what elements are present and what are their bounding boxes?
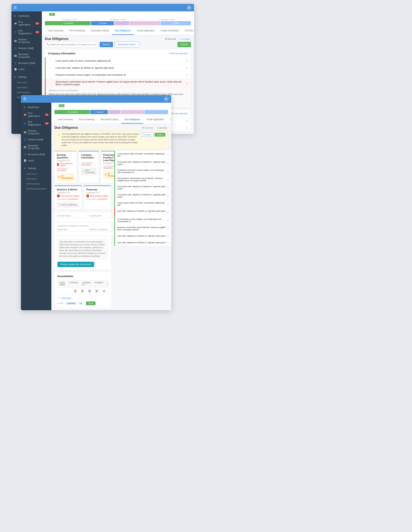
sidebar-item-psa[interactable]: 👤 PSA Registrations 14 [11,28,42,37]
panel-chevron-7[interactable]: ∨ [167,202,169,205]
sidebar-sub-olm-users[interactable]: OLM Users [11,80,42,85]
sidebar-item-borrowers-staff[interactable]: 👤 Borrowers (Staff) [11,60,42,66]
gear-icon-2[interactable]: ⚙ [163,96,169,102]
grid-view-btn-2[interactable]: ⊞ Grid view [141,126,154,130]
tab2-first-screening[interactable]: First Screening [76,116,97,124]
go-badge-2[interactable]: Go [59,104,64,107]
drag-handle-1[interactable]: ⋮⋮ [49,59,54,62]
panel-chevron-8[interactable]: ∨ [167,210,169,214]
card-burning-questions[interactable]: Burning Questions Completed: 0% ! New qu… [54,151,77,183]
bank-cell-lending-1[interactable]: Lending FX [79,288,86,295]
sidebar2-item-pca[interactable]: 📁 PCA Applications 11 [21,110,51,119]
sidebar2-item-partners-corp[interactable]: 🏢 Partners (Corporate) [21,128,51,137]
list-view-btn-2[interactable]: ≡ List view [156,126,168,130]
tab-credit-committee[interactable]: Credit Committee [158,27,182,35]
bank-delete-1[interactable]: 🗑 [100,288,108,294]
chevron-2[interactable]: ∨ [186,66,188,69]
sidebar2-item-borrowers-corp[interactable]: 🏢 Borrowers (Corporate) [21,143,51,152]
sidebar-item-borrowers-corp[interactable]: 🏢 Borrowers (Corporate) [11,51,42,60]
grid-view-btn[interactable]: ⊞ Grid view [164,37,177,41]
dont-know-select[interactable]: Dont know [95,289,98,293]
sidebar-item-partners-corp[interactable]: 🏢 Partners (Corporate) [11,37,42,45]
sidebar-item-dashboard[interactable]: ⊞ Dashboard [11,13,42,19]
go-badge[interactable]: Go [49,13,55,16]
registration-input[interactable] [57,231,87,236]
panel-chevron-12[interactable]: ∨ [167,241,169,244]
done-button[interactable]: Done [86,302,96,305]
advanced-search-button[interactable]: Advanced Search [115,42,139,47]
bank-cell-country-1[interactable]: Country [72,288,79,295]
search-input[interactable] [45,42,98,47]
sidebar-sub-olm-roles[interactable]: OLM Roles [11,85,42,90]
sidebar-sub-dnb[interactable]: DnB Requests [11,90,42,95]
sidebar2-sub-olm-roles[interactable]: OLM Roles [21,176,51,181]
country-select[interactable]: Country [74,289,77,293]
sidebar2-item-partners-staff[interactable]: 👤 Partners (Staff) [21,137,51,143]
add-bank-button[interactable]: + + Add bank [57,297,108,300]
tab-due-dil[interactable]: Due Dilligence [112,27,134,35]
bank-cell-payment-1[interactable]: Payment [86,288,93,295]
sidebar2-item-dashboard[interactable]: ⊞ Dashboard [21,104,51,110]
sidebar2-item-psa[interactable]: 👤 PSA Registrations 18 [21,119,51,128]
drag-handle-4[interactable]: ⋮⋮ [49,82,54,85]
drag-handle-3[interactable]: ⋮⋮ [49,73,54,76]
sidebar2-item-settings[interactable]: ⚙ Settings [21,165,51,171]
gear-icon[interactable]: ⚙ [186,5,192,10]
panel-chevron-6[interactable]: ∨ [167,194,169,197]
panel-chevron-2[interactable]: ∨ [167,162,169,164]
sidebar-item-partners-staff[interactable]: 👤 Partners (Staff) [11,45,42,51]
sidebar2-item-borrowers-staff[interactable]: 👤 Borrowers (Staff) [21,152,51,158]
fin-chevron-1[interactable]: ∨ [186,119,188,123]
sidebar2-sub-olm-users[interactable]: OLM Users [21,171,51,176]
tab-credit-app[interactable]: Credit Application [134,27,157,35]
borrower-input[interactable] [57,218,87,223]
bank-cell-dont-know-1[interactable]: Dont know [93,288,100,295]
sidebar2-item-loans[interactable]: 📄 Loans [21,158,51,164]
sidebar2-sub-dnb[interactable]: DnB Requests [21,181,51,186]
publish-button-2[interactable]: Publish [155,133,165,137]
payment-select[interactable]: Payment [88,289,91,293]
lending-select[interactable]: Lending FX [81,289,84,293]
panel-chevron-5[interactable]: ∨ [167,186,169,189]
tab2-doc-library[interactable]: Document Library [97,116,122,124]
tab-doc-library[interactable]: Document Library [88,27,112,35]
search-button[interactable]: Search [100,42,113,47]
employees-input[interactable] [89,231,114,236]
tab-loan-summary[interactable]: Loan Summary [45,27,66,35]
fin-chevron-2[interactable]: ∨ [186,126,188,130]
drag-handle-2[interactable]: ⋮⋮ [49,66,54,69]
chevron-4[interactable]: ∧ [186,82,188,85]
panel-chevron-11[interactable]: ∨ [167,234,169,237]
card-business[interactable]: Business & Market Completed: 0% ! New qu… [54,185,82,210]
publish-button[interactable]: Publish [177,42,191,47]
panel-chevron-3[interactable]: ∨ [167,170,169,173]
card-financing[interactable]: Financing Facilities & Loan Request Comp… [101,151,114,183]
panel-chevron-1[interactable]: ∨ [167,153,169,156]
founding-input-1[interactable] [89,218,114,223]
tab-t24[interactable]: T24 Info Sheet [182,27,194,35]
add-question-company[interactable]: + Add new question [168,52,188,55]
hamburger-icon-2[interactable]: ☰ [23,97,26,101]
list-view-btn[interactable]: ≡ List view [179,37,191,41]
panel-chevron-10[interactable]: ∨ [167,227,169,230]
edit-row: ✏ edit [57,302,63,305]
panel-chevron-4[interactable]: ∨ [167,178,169,181]
update-info-button[interactable]: Please update this information [57,262,94,267]
tab2-credit-app[interactable]: Credit Application [143,116,167,124]
tab-first-screening[interactable]: First Screening [66,27,88,35]
compare-button[interactable]: Compare [141,133,153,137]
hamburger-icon[interactable]: ☰ [14,6,17,10]
chevron-1[interactable]: ∨ [186,59,188,62]
card-financials[interactable]: Financials Completed: 0% ! New questions… [84,185,111,210]
chevron-3[interactable]: ∨ [186,73,188,76]
sidebar-item-pca[interactable]: 📁 PCA Applications 11 [11,19,42,28]
sidebar2-sub-dd[interactable]: DD Default Questions [21,186,51,191]
sidebar-item-loans[interactable]: 📄 Loans [11,66,42,72]
tab2-due-dil[interactable]: Due Dilligence [122,116,144,124]
card-company-info[interactable]: Company Information Last updated 25/10/2… [79,151,99,183]
tab2-credit-committee[interactable]: Credit Committee [167,116,171,124]
edit-link[interactable]: ✏ edit [57,302,63,305]
panel-chevron-9[interactable]: ∨ [167,219,169,222]
sidebar-item-settings[interactable]: ⚙ Settings [11,74,42,80]
tab2-loan-summary[interactable]: Loan Summary [54,116,76,124]
